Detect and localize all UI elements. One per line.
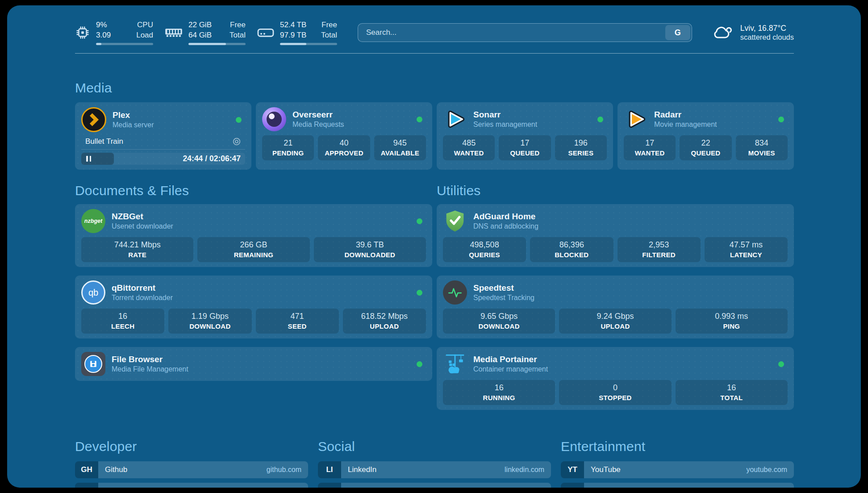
memory-free-value: 22 GiB [188,20,212,30]
service-card-qbittorrent[interactable]: qb qBittorrent Torrent downloader 16LEEC… [75,276,432,338]
service-card-filebrowser[interactable]: File Browser Media File Management [75,347,432,381]
bookmark-name: Netflix [591,487,612,488]
pause-icon[interactable] [86,156,88,162]
status-dot-online [417,361,422,367]
bookmark-url: stackoverflow.com [243,487,301,488]
section-title-entertainment: Entertainment [561,439,794,454]
service-subtitle: DNS and adblocking [473,222,538,230]
service-name: AdGuard Home [473,212,538,221]
adguard-icon [443,209,467,233]
bookmark-name: Twitter [348,487,370,488]
stat-upload: 9.24 GbpsUPLOAD [559,309,671,334]
stat-running: 16RUNNING [443,380,555,405]
bookmark-group-entertainment: Entertainment YT YouTubeyoutube.com NF N… [561,439,794,488]
bookmark-name: YouTube [591,465,621,474]
memory-total-label: Total [230,30,246,40]
service-card-nzbget[interactable]: nzbget NZBGet Usenet downloader 744.21 M… [75,204,432,267]
bookmark-twitter[interactable]: TW Twittertwitter.com [318,483,551,488]
bookmark-group-social: Social LI LinkedInlinkedin.com TW Twitte… [318,439,551,488]
cpu-resource-widget: 9% 3.09 CPU Load [75,20,153,45]
portainer-icon [443,352,467,376]
camera-lens-icon[interactable] [232,137,241,146]
homepage-dashboard: 9% 3.09 CPU Load 22 GiB 64 GiB [7,5,861,488]
status-dot-online [778,361,784,367]
service-card-sonarr[interactable]: Sonarr Series management 485WANTED 17QUE… [437,102,613,170]
bookmark-github[interactable]: GH Githubgithub.com [75,461,308,478]
stat-wanted: 485WANTED [443,135,495,160]
section-title-developer: Developer [75,439,308,454]
service-card-adguard[interactable]: AdGuard Home DNS and adblocking 498,508Q… [437,204,794,267]
qbittorrent-icon: qb [81,280,105,305]
disk-total-label: Total [321,30,337,40]
stat-downloaded: 39.6 TBDOWNLOADED [314,237,426,262]
plex-icon [81,107,106,132]
section-title-utilities: Utilities [437,183,794,198]
status-dot-online [236,117,242,123]
speedtest-icon [443,280,467,305]
stat-rate: 744.21 MbpsRATE [81,237,193,262]
overseerr-icon [262,107,286,131]
service-subtitle: Torrent downloader [112,294,173,302]
cpu-icon [75,25,90,40]
memory-resource-widget: 22 GiB 64 GiB Free Total [165,20,246,45]
stat-seed: 471SEED [256,309,339,334]
disk-resource-widget: 52.4 TB 97.9 TB Free Total [257,20,337,45]
sonarr-icon [443,107,467,131]
utilities-column: Utilities AdGuard Home DNS and adblockin… [437,183,794,418]
documents-column: Documents & Files nzbget NZBGet Usenet d… [75,183,432,418]
bookmarks-grid: Developer GH Githubgithub.com SO StackOv… [75,439,794,488]
service-name: File Browser [112,355,188,364]
service-card-overseerr[interactable]: Overseerr Media Requests 21PENDING 40APP… [256,102,432,170]
stat-remaining: 266 GBREMAINING [197,237,309,262]
service-subtitle: Speedtest Tracking [473,294,534,302]
filebrowser-icon [81,352,105,376]
stat-filtered: 2,953FILTERED [618,237,701,262]
search-engine-button[interactable]: G [665,25,690,40]
memory-icon [165,27,183,38]
nzbget-icon: nzbget [81,209,105,233]
stat-blocked: 86,396BLOCKED [530,237,613,262]
bookmark-linkedin[interactable]: LI LinkedInlinkedin.com [318,461,551,478]
bookmark-youtube[interactable]: YT YouTubeyoutube.com [561,461,794,478]
playback-progress-fill [81,153,114,165]
section-title-social: Social [318,439,551,454]
disk-free-value: 52.4 TB [280,20,306,30]
service-card-plex[interactable]: Plex Media server Bullet Train 24:44 / 0… [75,102,251,170]
stat-stopped: 0STOPPED [559,380,671,405]
section-title-documents: Documents & Files [75,183,432,198]
stat-available: 945AVAILABLE [374,135,426,160]
status-dot-online [417,218,422,224]
service-card-portainer[interactable]: Media Portainer Container management 16R… [437,347,794,410]
search-input[interactable] [358,24,664,42]
bookmark-url: netflix.com [753,487,787,488]
stat-queued: 22QUEUED [680,135,731,160]
now-playing-title: Bullet Train [85,137,123,146]
service-card-radarr[interactable]: Radarr Movie management 17WANTED 22QUEUE… [618,102,794,170]
bookmark-name: StackOverflow [105,487,154,488]
bookmark-abbr: SO [75,483,98,488]
service-subtitle: Media File Management [112,365,188,373]
service-card-speedtest[interactable]: Speedtest Speedtest Tracking 9.65 GbpsDO… [437,276,794,338]
stat-total: 16TOTAL [676,380,788,405]
stat-queries: 498,508QUERIES [443,237,526,262]
stat-movies: 834MOVIES [736,135,788,160]
stat-wanted: 17WANTED [624,135,676,160]
cpu-load-value: 3.09 [96,30,111,40]
bookmark-name: Github [105,465,127,474]
bookmark-stackoverflow[interactable]: SO StackOverflowstackoverflow.com [75,483,308,488]
weather-widget: Lviv, 16.87°C scattered clouds [712,24,794,42]
status-dot-online [417,117,422,122]
header-divider [75,53,794,54]
radarr-icon [624,107,648,131]
bookmark-abbr: YT [561,461,584,478]
service-name: Speedtest [473,283,534,293]
status-dot-online [417,290,422,296]
stat-queued: 17QUEUED [499,135,551,160]
stat-approved: 40APPROVED [318,135,370,160]
stat-ping: 0.993 msPING [676,309,788,334]
bookmark-netflix[interactable]: NF Netflixnetflix.com [561,483,794,488]
weather-location-temp: Lviv, 16.87°C [740,24,794,33]
service-name: NZBGet [112,212,173,221]
status-dot-online [778,117,784,122]
stat-leech: 16LEECH [81,309,164,334]
